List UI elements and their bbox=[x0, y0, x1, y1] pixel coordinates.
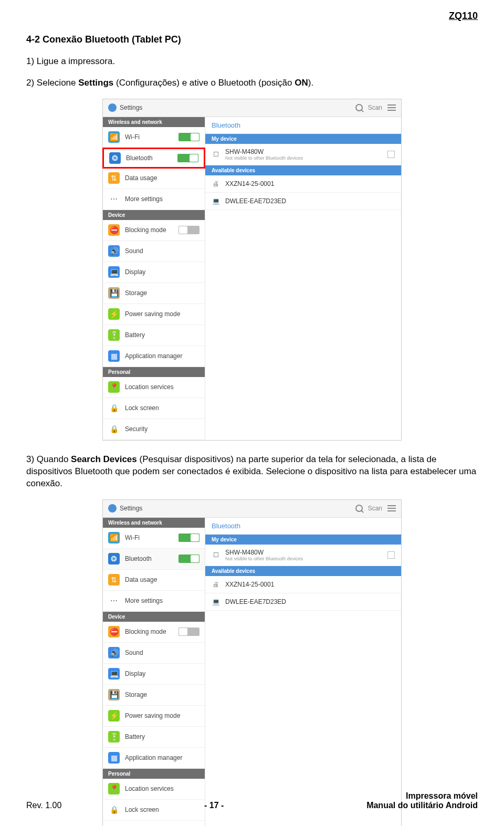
sb-label: Power saving mode bbox=[125, 712, 180, 719]
sb-label: Bluetooth bbox=[126, 154, 153, 162]
step-2-pre: 2) Selecione bbox=[26, 78, 78, 88]
my-device-sub: Not visible to other Bluetooth devices bbox=[225, 556, 382, 561]
blocking-toggle[interactable] bbox=[178, 628, 200, 636]
data-icon: ⇅ bbox=[108, 574, 120, 585]
device-2-name: DWLEE-EAE7D23ED bbox=[225, 197, 395, 205]
device-row-1[interactable]: 🖨 XXZN14-25-0001 bbox=[205, 576, 401, 593]
menu-icon[interactable] bbox=[387, 104, 396, 111]
section-personal: Personal bbox=[103, 769, 205, 779]
tablet-ui-2: Settings Scan Wireless and network 📶 Wi-… bbox=[102, 499, 402, 826]
device-1-name: XXZN14-25-0001 bbox=[225, 180, 395, 187]
step-2-mid: (Configurações) e ative o Bluetooth (pos… bbox=[113, 78, 295, 88]
wifi-toggle[interactable] bbox=[178, 534, 200, 542]
sidebar-item-appmgr[interactable]: ▦ Application manager bbox=[103, 346, 205, 367]
sb-label: Application manager bbox=[125, 754, 182, 761]
step-2-bold1: Settings bbox=[78, 78, 113, 88]
sidebar-item-bluetooth[interactable]: ❂ Bluetooth bbox=[102, 148, 205, 169]
sidebar-item-blocking[interactable]: ⛔ Blocking mode bbox=[103, 220, 205, 241]
laptop-icon: 💻 bbox=[212, 598, 220, 606]
section-personal: Personal bbox=[103, 367, 205, 377]
sidebar-item-lock[interactable]: 🔒 Lock screen bbox=[103, 398, 205, 419]
sidebar-item-battery[interactable]: 🔋 Battery bbox=[103, 325, 205, 346]
search-icon[interactable] bbox=[355, 104, 363, 111]
sidebar-item-sound[interactable]: 🔊 Sound bbox=[103, 241, 205, 262]
blocking-toggle[interactable] bbox=[178, 226, 200, 234]
ui-header: Settings Scan bbox=[103, 500, 401, 518]
avail-bar: Available devices bbox=[205, 566, 401, 576]
tablet-ui-1: Settings Scan Wireless and network 📶 Wi-… bbox=[102, 99, 402, 441]
my-device-sub: Not visible to other Bluetooth devices bbox=[225, 155, 382, 161]
sound-icon: 🔊 bbox=[108, 647, 120, 658]
search-icon[interactable] bbox=[355, 505, 363, 512]
visibility-checkbox[interactable] bbox=[387, 551, 395, 559]
bluetooth-toggle[interactable] bbox=[177, 154, 198, 162]
sb-label: Blocking mode bbox=[125, 628, 166, 635]
section-wireless: Wireless and network bbox=[103, 518, 205, 528]
sidebar-item-more[interactable]: ⋯ More settings bbox=[103, 591, 205, 612]
my-device-row[interactable]: ☐ SHW-M480W Not visible to other Bluetoo… bbox=[205, 545, 401, 566]
bluetooth-toggle[interactable] bbox=[178, 555, 200, 563]
sidebar-item-more[interactable]: ⋯ More settings bbox=[103, 189, 205, 210]
sidebar-item-security[interactable]: 🔒 Security bbox=[103, 821, 205, 826]
visibility-checkbox[interactable] bbox=[387, 151, 395, 158]
gear-icon bbox=[108, 103, 117, 112]
sb-label: Battery bbox=[125, 331, 145, 339]
section-device: Device bbox=[103, 210, 205, 220]
sidebar-item-blocking[interactable]: ⛔ Blocking mode bbox=[103, 622, 205, 643]
bt-title: Bluetooth bbox=[205, 518, 401, 535]
step-2-bold2: ON bbox=[295, 78, 308, 88]
ui-header-right: Scan bbox=[355, 505, 396, 512]
step-3: 3) Quando Search Devices (Pesquisar disp… bbox=[26, 454, 478, 490]
sidebar-item-display[interactable]: 💻 Display bbox=[103, 664, 205, 685]
sidebar-item-display[interactable]: 💻 Display bbox=[103, 262, 205, 283]
sidebar-item-wifi[interactable]: 📶 Wi-Fi bbox=[103, 127, 205, 148]
storage-icon: 💾 bbox=[108, 689, 120, 700]
sidebar-item-battery[interactable]: 🔋 Battery bbox=[103, 727, 205, 748]
sb-label: Sound bbox=[125, 247, 143, 255]
footer-title-1: Impressora móvel bbox=[366, 791, 478, 801]
sidebar-item-bluetooth[interactable]: ❂ Bluetooth bbox=[103, 549, 205, 570]
bluetooth-icon: ❂ bbox=[109, 152, 121, 164]
scan-label[interactable]: Scan bbox=[368, 104, 382, 111]
my-device-name: SHW-M480W bbox=[225, 549, 382, 556]
sb-label: More settings bbox=[125, 195, 163, 203]
step-2-post: ). bbox=[308, 78, 313, 88]
sb-label: Security bbox=[125, 425, 148, 433]
sidebar-item-sound[interactable]: 🔊 Sound bbox=[103, 643, 205, 664]
sidebar-item-storage[interactable]: 💾 Storage bbox=[103, 283, 205, 304]
display-icon: 💻 bbox=[108, 668, 120, 679]
battery-icon: 🔋 bbox=[108, 329, 120, 341]
blocking-icon: ⛔ bbox=[108, 626, 120, 637]
sidebar-item-powersave[interactable]: ⚡ Power saving mode bbox=[103, 706, 205, 727]
sidebar-item-wifi[interactable]: 📶 Wi-Fi bbox=[103, 528, 205, 549]
sidebar-item-datausage[interactable]: ⇅ Data usage bbox=[103, 570, 205, 591]
blocking-icon: ⛔ bbox=[108, 224, 120, 236]
lock-icon: 🔒 bbox=[108, 402, 120, 414]
device-row-2[interactable]: 💻 DWLEE-EAE7D23ED bbox=[205, 593, 401, 611]
step-3-bold: Search Devices bbox=[71, 454, 137, 464]
scan-label[interactable]: Scan bbox=[368, 505, 382, 512]
wifi-toggle[interactable] bbox=[178, 133, 200, 141]
my-device-row[interactable]: ☐ SHW-M480W Not visible to other Bluetoo… bbox=[205, 144, 401, 165]
sidebar-item-location[interactable]: 📍 Location services bbox=[103, 377, 205, 398]
device-row-2[interactable]: 💻 DWLEE-EAE7D23ED bbox=[205, 193, 401, 210]
sidebar-item-powersave[interactable]: ⚡ Power saving mode bbox=[103, 304, 205, 325]
sidebar-item-appmgr[interactable]: ▦ Application manager bbox=[103, 748, 205, 769]
ui-header-left: Settings bbox=[108, 103, 142, 112]
security-icon: 🔒 bbox=[108, 423, 120, 435]
screenshot-2: Settings Scan Wireless and network 📶 Wi-… bbox=[26, 499, 478, 826]
apps-icon: ▦ bbox=[108, 350, 120, 362]
main-panel: Bluetooth My device ☐ SHW-M480W Not visi… bbox=[205, 518, 401, 826]
device-row-1[interactable]: 🖨 XXZN14-25-0001 bbox=[205, 175, 401, 193]
sidebar-item-security[interactable]: 🔒 Security bbox=[103, 419, 205, 440]
sidebar-item-datausage[interactable]: ⇅ Data usage bbox=[103, 168, 205, 189]
ui-header-left: Settings bbox=[108, 504, 142, 513]
apps-icon: ▦ bbox=[108, 752, 120, 764]
menu-icon[interactable] bbox=[387, 505, 396, 511]
device-1-name: XXZN14-25-0001 bbox=[225, 581, 395, 588]
my-device-text: SHW-M480W Not visible to other Bluetooth… bbox=[225, 148, 382, 161]
sidebar: Wireless and network 📶 Wi-Fi ❂ Bluetooth… bbox=[103, 518, 205, 826]
section-wireless: Wireless and network bbox=[103, 117, 205, 127]
model-header: ZQ110 bbox=[449, 11, 478, 22]
sidebar-item-storage[interactable]: 💾 Storage bbox=[103, 685, 205, 706]
